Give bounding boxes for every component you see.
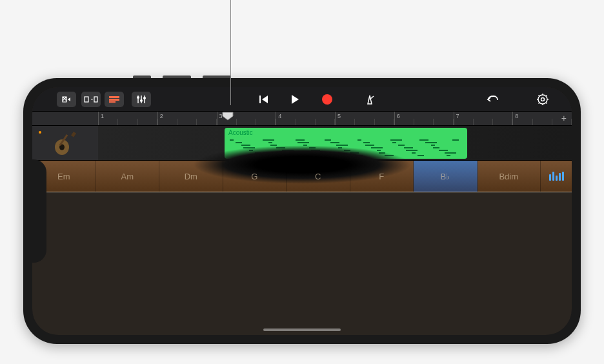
guitar-icon [52, 130, 78, 156]
svg-rect-0 [85, 97, 88, 102]
region-label: Acoustic [228, 129, 253, 136]
svg-rect-5 [109, 101, 116, 103]
screen: + 12345678 Acoustic [32, 87, 572, 335]
settings-button[interactable] [533, 92, 552, 107]
go-to-beginning-button[interactable] [254, 92, 274, 107]
chord-strip: EmAmDmGCFB♭Bdim [32, 161, 572, 192]
phone-frame: + 12345678 Acoustic [23, 78, 581, 344]
svg-rect-4 [109, 99, 119, 101]
hardware-buttons [133, 76, 231, 78]
track-armed-indicator [39, 131, 41, 134]
chord-label: Bdim [499, 172, 518, 181]
chord-button[interactable]: C [287, 161, 350, 192]
svg-point-6 [137, 96, 139, 99]
play-button[interactable] [285, 92, 305, 107]
chord-label: Em [57, 172, 70, 181]
playhead[interactable] [222, 112, 234, 121]
chord-label: Dm [185, 172, 197, 181]
ruler-bar-number: 4 [278, 113, 281, 119]
svg-rect-2 [94, 97, 97, 102]
svg-rect-3 [109, 96, 119, 98]
svg-point-1 [92, 99, 93, 100]
chord-label: G [251, 172, 257, 181]
home-indicator[interactable] [263, 329, 341, 331]
callout-line [230, 0, 231, 105]
ruler-bar[interactable]: 6 [394, 112, 454, 125]
chord-button[interactable]: Dm [159, 161, 223, 192]
chord-button[interactable]: Am [96, 161, 160, 192]
ruler-bar-number: 7 [456, 113, 459, 119]
svg-point-7 [140, 99, 143, 102]
ruler-bar[interactable]: 7 [454, 112, 513, 125]
ruler-bar[interactable]: 4 [276, 112, 335, 125]
ruler-bar[interactable]: 8 [512, 112, 572, 125]
chord-label: B♭ [440, 172, 450, 181]
chord-button[interactable]: Bdim [478, 161, 541, 192]
autoplay-icon [549, 172, 564, 181]
chord-button[interactable]: F [350, 161, 414, 192]
ruler-bar[interactable]: 2 [157, 112, 217, 125]
metronome-button[interactable] [360, 92, 379, 107]
autoplay-button[interactable] [541, 161, 572, 192]
tracks-button[interactable] [105, 92, 124, 107]
ruler-bar-number: 6 [397, 113, 400, 119]
svg-point-10 [541, 97, 545, 101]
ruler[interactable]: + 12345678 [32, 112, 572, 126]
ruler-bar-number: 2 [160, 113, 163, 119]
ruler-bar-number: 8 [515, 113, 518, 119]
record-icon [322, 94, 332, 105]
chord-button[interactable]: G [223, 161, 287, 192]
view-button[interactable] [81, 92, 101, 107]
chord-label: C [315, 172, 321, 181]
mixer-button[interactable] [132, 92, 151, 107]
ruler-bar[interactable]: 5 [335, 112, 394, 125]
chord-label: Am [121, 172, 134, 181]
svg-point-9 [538, 95, 547, 104]
record-button[interactable] [317, 92, 337, 107]
chord-button[interactable]: B♭ [414, 161, 478, 192]
ruler-bar[interactable]: 1 [98, 112, 157, 125]
track-header[interactable] [32, 126, 98, 160]
browser-button[interactable] [57, 92, 76, 107]
ruler-bar-number: 1 [101, 113, 104, 119]
undo-button[interactable] [483, 92, 502, 107]
chord-label: F [379, 172, 384, 181]
notch [32, 159, 46, 263]
guitar-string[interactable] [32, 192, 572, 192]
toolbar [32, 87, 572, 112]
ruler-bar-number: 5 [337, 113, 341, 119]
svg-point-8 [143, 97, 146, 99]
fretboard: EmAmDmGCFB♭Bdim [32, 161, 572, 192]
svg-rect-14 [71, 132, 76, 137]
